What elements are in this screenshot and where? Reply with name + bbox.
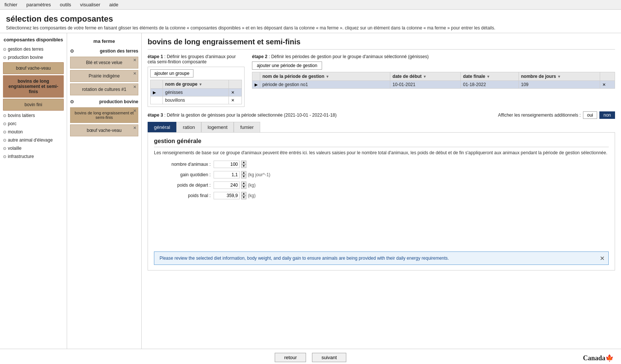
table-row[interactable]: ▶ génisses ✕: [151, 89, 242, 96]
farm-card-rotation[interactable]: rotation de cultures #1 ✕: [70, 83, 138, 95]
spin-down-icon[interactable]: ▼: [241, 164, 246, 168]
label-nombre-animaux: nombre d'animaux :: [154, 162, 214, 167]
spinner-nombre-animaux: ▲ ▼: [241, 161, 246, 168]
input-nombre-animaux[interactable]: [214, 161, 240, 168]
menu-visualiser[interactable]: visualiser: [76, 1, 105, 9]
expand-icon[interactable]: ▶: [153, 90, 156, 95]
col-expand-mgmt: [252, 72, 260, 81]
step3-label: étape 3 : Définir la gestion de génisses…: [148, 113, 337, 118]
sidebar-section-mouton-header[interactable]: ⊙ mouton: [0, 128, 67, 136]
add-period-button[interactable]: ajouter une période de gestion: [252, 61, 322, 70]
sidebar-section-gestion-terres-header[interactable]: ⊙ gestion des terres: [0, 45, 67, 53]
spin-up-icon[interactable]: ▲: [241, 161, 246, 164]
input-poids-depart[interactable]: [214, 181, 240, 189]
sidebar-section-production-bovine-label: production bovine: [8, 55, 43, 60]
sidebar-item-boeuf-vache-veau[interactable]: bœuf vache-veau: [3, 62, 64, 74]
sidebar-item-bovins-long[interactable]: bovins de long engraissement et semi-fin…: [3, 75, 64, 98]
menu-outils[interactable]: outils: [55, 1, 75, 9]
sidebar-section-infrastructure-header[interactable]: ⊙ infrastructure: [0, 153, 67, 160]
farm-card-bovins-long[interactable]: bovins de long engraissement et semi-fin…: [70, 107, 138, 123]
delete-icon[interactable]: ✕: [602, 82, 606, 87]
farm-card-ble-vesce[interactable]: Blé et vesce velue ✕: [70, 57, 138, 69]
input-wrap-poids-final: ▲ ▼ (kg): [214, 192, 256, 199]
alert-message: Please review the selected diet informat…: [160, 256, 449, 261]
sidebar-section-bovins-laitiers-header[interactable]: ⊙ bovins laitiers: [0, 112, 67, 119]
sidebar-title: composantes disponibles: [0, 37, 67, 42]
input-wrap-gain-quotidien: ▲ ▼ (kg jour^-1): [214, 171, 270, 178]
spinner-poids-depart: ▲ ▼: [241, 181, 246, 189]
tab-logement[interactable]: logement: [201, 122, 234, 132]
sidebar-section-porc-label: porc: [8, 121, 16, 126]
spin-down-icon[interactable]: ▼: [241, 185, 246, 189]
menu-fichier[interactable]: fichier: [0, 1, 22, 9]
toggle-non-button[interactable]: non: [599, 111, 615, 119]
retour-button[interactable]: retour: [275, 353, 306, 362]
filter-icon: ▼: [325, 75, 329, 79]
sidebar-section-mouton: ⊙ mouton: [0, 128, 67, 136]
delete-icon[interactable]: ✕: [231, 98, 234, 103]
input-poids-final[interactable]: [214, 192, 240, 199]
sidebar-section-volaille-header[interactable]: ⊙ volaille: [0, 145, 67, 152]
toggle-oui-button[interactable]: oui: [583, 111, 597, 119]
close-icon[interactable]: ✕: [133, 85, 136, 89]
menu-parametres[interactable]: paramètres: [22, 1, 56, 9]
filter-icon: ▼: [486, 75, 490, 79]
expand-icon[interactable]: ▶: [255, 82, 258, 87]
sidebar-section-autre-animal-header[interactable]: ⊙ autre animal d'élevage: [0, 136, 67, 144]
canada-logo: Canada🍁: [583, 354, 614, 362]
input-gain-quotidien[interactable]: [214, 171, 240, 178]
sidebar-section-volaille: ⊙ volaille: [0, 145, 67, 152]
main-layout: composantes disponibles ⊙ gestion des te…: [0, 33, 621, 349]
ma-ferme-production-bovine-label: production bovine: [99, 99, 138, 104]
input-wrap-nombre-animaux: ▲ ▼: [214, 161, 246, 168]
col-nom-groupe: nom de groupe ▼: [163, 80, 228, 89]
tab-general[interactable]: général: [148, 122, 176, 132]
add-group-button[interactable]: ajouter un groupe: [150, 69, 193, 77]
close-icon[interactable]: ✕: [133, 108, 136, 113]
period-date-debut: 10-01-2021: [390, 81, 461, 89]
label-poids-final: poids final :: [154, 193, 214, 198]
canada-flag-icon: 🍁: [605, 354, 614, 362]
ma-ferme-production-bovine-header[interactable]: ⊙ production bovine: [67, 98, 141, 106]
form-row-poids-depart: poids de départ : ▲ ▼ (kg): [154, 181, 609, 189]
ma-ferme-gestion-terres-header[interactable]: ⊙ gestion des terres: [67, 47, 141, 55]
sidebar-item-bovin-fini[interactable]: bovin fini: [3, 99, 64, 111]
close-icon[interactable]: ✕: [133, 71, 136, 76]
farm-card-boeuf-vache-veau[interactable]: bœuf vache-veau ✕: [70, 124, 138, 136]
tab-fumier[interactable]: fumier: [234, 122, 260, 132]
delete-icon[interactable]: ✕: [231, 90, 234, 95]
sidebar-section-porc: ⊙ porc: [0, 120, 67, 127]
sidebar-section-porc-header[interactable]: ⊙ porc: [0, 120, 67, 127]
period-nombre-jours: 109: [518, 81, 600, 89]
menu-aide[interactable]: aide: [105, 1, 123, 9]
spin-up-icon[interactable]: ▲: [241, 171, 246, 175]
sidebar-section-gestion-terres: ⊙ gestion des terres: [0, 45, 67, 53]
tab-ration[interactable]: ration: [176, 122, 201, 132]
group-name-genisses: génisses: [163, 89, 228, 96]
table-row[interactable]: bouvillons ✕: [151, 96, 242, 104]
sidebar-section-bovins-laitiers: ⊙ bovins laitiers: [0, 112, 67, 119]
farm-card-prairie[interactable]: Prairie indigène ✕: [70, 70, 138, 82]
form-row-gain-quotidien: gain quotidien : ▲ ▼ (kg jour^-1): [154, 171, 609, 178]
spin-up-icon[interactable]: ▲: [241, 181, 246, 185]
spin-down-icon[interactable]: ▼: [241, 196, 246, 199]
group-section: ajouter un groupe nom de groupe ▼: [148, 67, 245, 107]
sidebar-section-gestion-terres-label: gestion des terres: [8, 47, 43, 52]
close-icon[interactable]: ✕: [133, 126, 136, 130]
sidebar-section-production-bovine-header[interactable]: ⊙ production bovine: [0, 54, 67, 61]
spin-down-icon[interactable]: ▼: [241, 175, 246, 178]
chevron-down-icon: ⊙: [3, 146, 6, 151]
alert-close-button[interactable]: ✕: [600, 255, 605, 262]
groups-table: nom de groupe ▼ ▶ génisses ✕: [150, 80, 242, 104]
page-header: sélection des composantes Sélectionnez l…: [0, 10, 621, 33]
close-icon[interactable]: ✕: [133, 58, 136, 63]
label-poids-depart: poids de départ :: [154, 183, 214, 188]
table-row[interactable]: ▶ période de gestion no1 10-01-2021 01-1…: [252, 81, 615, 89]
tabs-bar: général ration logement fumier: [148, 122, 615, 132]
chevron-down-icon: ⊙: [3, 138, 6, 143]
label-gain-quotidien: gain quotidien :: [154, 172, 214, 177]
spin-up-icon[interactable]: ▲: [241, 192, 246, 196]
step2-label: étape 2 : Définir les périodes de gestio…: [252, 54, 615, 59]
col-delete: [229, 80, 242, 89]
suivant-button[interactable]: suivant: [312, 353, 346, 362]
